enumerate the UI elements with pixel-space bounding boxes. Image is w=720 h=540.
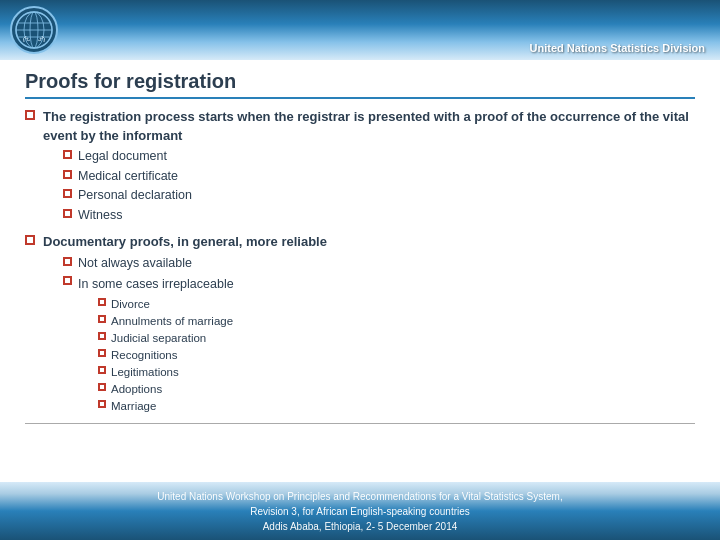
irreplaceable-sublist: Divorce Annulments of marriage Judicial … <box>78 296 234 415</box>
bullet-icon <box>63 170 72 179</box>
top-header-bar: United Nations Statistics Division <box>0 0 720 60</box>
list-item: Recognitions <box>98 347 234 363</box>
main-list: The registration process starts when the… <box>25 107 695 417</box>
item-text: Judicial separation <box>111 330 206 346</box>
bullet-icon <box>63 257 72 266</box>
item-text: Annulments of marriage <box>111 313 233 329</box>
item-text: Legitimations <box>111 364 179 380</box>
bullet-icon <box>63 189 72 198</box>
footer-bar: United Nations Workshop on Principles an… <box>0 482 720 540</box>
page-title: Proofs for registration <box>25 70 695 99</box>
list-item: Adoptions <box>98 381 234 397</box>
un-brand-text: United Nations Statistics Division <box>530 42 705 54</box>
list-item: Legitimations <box>98 364 234 380</box>
bullet-icon <box>98 366 106 374</box>
list-item: Medical certificate <box>63 168 695 186</box>
not-always-text: Not always available <box>78 255 192 273</box>
subitem-text: Personal declaration <box>78 187 192 205</box>
adoptions-text: Adoptions <box>111 381 162 397</box>
bullet-icon <box>98 315 106 323</box>
content-divider <box>25 423 695 424</box>
list-item: Witness <box>63 207 695 225</box>
main-content: Proofs for registration The registration… <box>0 60 720 482</box>
list-item: Marriage <box>98 398 234 414</box>
section1-text: The registration process starts when the… <box>43 109 689 143</box>
item-text: Recognitions <box>111 347 177 363</box>
bullet-icon <box>98 332 106 340</box>
footer-line1: United Nations Workshop on Principles an… <box>157 491 562 502</box>
list-item: Personal declaration <box>63 187 695 205</box>
list-item: Not always available <box>63 255 327 273</box>
list-item: Divorce <box>98 296 234 312</box>
bullet-icon <box>63 209 72 218</box>
bullet-icon <box>98 298 106 306</box>
irreplaceable-text: In some cases irreplaceable <box>78 277 234 291</box>
bullet-icon <box>25 110 35 120</box>
bullet-icon <box>63 150 72 159</box>
subitem-text: Witness <box>78 207 122 225</box>
bullet-icon <box>63 276 72 285</box>
list-item: Judicial separation <box>98 330 234 346</box>
item-text: Divorce <box>111 296 150 312</box>
bullet-icon <box>98 383 106 391</box>
bullet-icon <box>98 400 106 408</box>
list-item: In some cases irreplaceable Divorce Annu… <box>63 274 327 415</box>
list-item: Legal document <box>63 148 695 166</box>
subitem-text: Legal document <box>78 148 167 166</box>
bullet-icon <box>98 349 106 357</box>
un-logo <box>10 6 58 54</box>
list-item: Documentary proofs, in general, more rel… <box>25 232 695 417</box>
footer-text: United Nations Workshop on Principles an… <box>157 489 562 534</box>
list-item: The registration process starts when the… <box>25 107 695 226</box>
section1-sublist: Legal document Medical certificate Perso… <box>43 148 695 224</box>
footer-line2: Revision 3, for African English-speaking… <box>250 506 470 517</box>
bullet-icon <box>25 235 35 245</box>
footer-line3: Addis Ababa, Ethiopia, 2- 5 December 201… <box>263 521 458 532</box>
slide: United Nations Statistics Division Proof… <box>0 0 720 540</box>
marriage-text: Marriage <box>111 398 156 414</box>
subitem-text: Medical certificate <box>78 168 178 186</box>
list-item: Annulments of marriage <box>98 313 234 329</box>
section2-text: Documentary proofs, in general, more rel… <box>43 234 327 249</box>
section2-sublist: Not always available In some cases irrep… <box>43 255 327 416</box>
